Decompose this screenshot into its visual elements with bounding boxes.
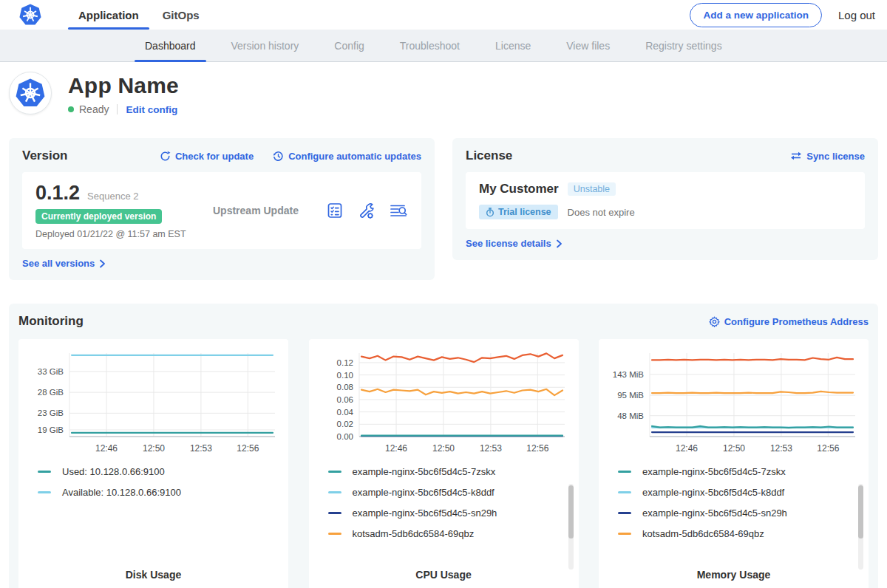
tab-config[interactable]: Config bbox=[316, 30, 381, 61]
view-logs-icon[interactable] bbox=[389, 202, 408, 219]
tab-version-history[interactable]: Version history bbox=[214, 30, 317, 61]
legend-item: example-nginx-5bc6f5d4c5-7zskx bbox=[618, 466, 869, 477]
see-all-versions-link[interactable]: See all versions bbox=[22, 258, 106, 269]
configure-automatic-updates-link[interactable]: Configure automatic updates bbox=[273, 151, 421, 162]
tab-view-files[interactable]: View files bbox=[548, 30, 628, 61]
legend-scrollbar-track[interactable] bbox=[858, 484, 863, 570]
divider bbox=[117, 104, 118, 114]
legend-label: kotsadm-5db6dc6584-69qbz bbox=[353, 528, 475, 539]
svg-text:23 GiB: 23 GiB bbox=[37, 408, 63, 417]
upstream-update-label: Upstream Update bbox=[213, 205, 299, 216]
add-application-button[interactable]: Add a new application bbox=[690, 3, 822, 27]
sync-arrows-icon bbox=[790, 151, 802, 161]
legend-dash-icon bbox=[38, 491, 51, 493]
svg-text:0.00: 0.00 bbox=[337, 432, 353, 441]
svg-text:95 MiB: 95 MiB bbox=[617, 391, 644, 400]
logout-button[interactable]: Log out bbox=[838, 9, 875, 21]
configure-prometheus-link[interactable]: Configure Prometheus Address bbox=[709, 316, 869, 327]
license-card-title: License bbox=[466, 148, 512, 163]
sync-license-link[interactable]: Sync license bbox=[790, 151, 865, 162]
legend-item: kotsadm-5db6dc6584-69qbz bbox=[328, 528, 579, 539]
stopwatch-icon bbox=[486, 208, 495, 217]
memory-usage-title: Memory Usage bbox=[599, 569, 869, 588]
top-navbar: Application GitOps Add a new application… bbox=[0, 0, 887, 30]
legend-label: example-nginx-5bc6f5d4c5-7zskx bbox=[642, 466, 786, 477]
cpu-usage-chart: 0.120.100.080.060.040.020.0012:4612:5012… bbox=[309, 339, 579, 588]
svg-text:33 GiB: 33 GiB bbox=[37, 367, 63, 376]
svg-text:19 GiB: 19 GiB bbox=[37, 425, 63, 434]
tab-registry-settings[interactable]: Registry settings bbox=[628, 30, 739, 61]
svg-text:143 MiB: 143 MiB bbox=[612, 370, 644, 379]
current-version-panel: 0.1.2 Sequence 2 Currently deployed vers… bbox=[22, 172, 421, 249]
legend-item: example-nginx-5bc6f5d4c5-sn29h bbox=[328, 507, 579, 519]
gear-icon bbox=[709, 316, 720, 327]
config-wrench-icon[interactable] bbox=[357, 202, 375, 220]
tab-application[interactable]: Application bbox=[67, 0, 151, 30]
legend-label: example-nginx-5bc6f5d4c5-7zskx bbox=[353, 466, 496, 477]
legend-label: example-nginx-5bc6f5d4c5-sn29h bbox=[642, 507, 787, 519]
legend-label: example-nginx-5bc6f5d4c5-sn29h bbox=[353, 507, 497, 519]
memory-usage-chart: 143 MiB95 MiB48 MiB12:4612:5012:5312:56 … bbox=[599, 339, 869, 588]
disk-usage-plot: 33 GiB28 GiB23 GiB19 GiB12:4612:5012:531… bbox=[27, 346, 281, 459]
preflight-checks-icon[interactable] bbox=[326, 202, 344, 219]
license-panel: My Customer Unstable Trial license Does … bbox=[466, 172, 865, 229]
legend-dash-icon bbox=[618, 512, 631, 514]
deployed-badge: Currently deployed version bbox=[35, 209, 162, 224]
legend-item: example-nginx-5bc6f5d4c5-7zskx bbox=[328, 466, 579, 477]
status-text: Ready bbox=[79, 103, 109, 115]
legend-label: Used: 10.128.0.66:9100 bbox=[62, 466, 165, 477]
svg-text:12:53: 12:53 bbox=[769, 443, 792, 454]
legend-scrollbar-track[interactable] bbox=[568, 484, 574, 570]
svg-text:0.12: 0.12 bbox=[337, 358, 353, 367]
svg-text:12:56: 12:56 bbox=[817, 443, 839, 454]
legend-dash-icon bbox=[618, 471, 631, 473]
legend-label: example-nginx-5bc6f5d4c5-k8ddf bbox=[353, 487, 495, 498]
svg-text:12:53: 12:53 bbox=[189, 443, 211, 454]
legend-item: example-nginx-5bc6f5d4c5-k8ddf bbox=[328, 487, 579, 498]
svg-text:28 GiB: 28 GiB bbox=[37, 388, 63, 397]
license-card: License Sync license My Customer Unstabl… bbox=[452, 138, 878, 260]
clock-arrow-icon bbox=[273, 151, 284, 162]
svg-text:12:50: 12:50 bbox=[722, 443, 744, 454]
monitoring-card: Monitoring Configure Prometheus Address … bbox=[9, 304, 878, 588]
tab-troubleshoot[interactable]: Troubleshoot bbox=[382, 30, 478, 61]
legend-dash-icon bbox=[618, 533, 631, 535]
legend-label: example-nginx-5bc6f5d4c5-k8ddf bbox=[642, 487, 784, 498]
disk-usage-legend: Used: 10.128.0.66:9100Available: 10.128.… bbox=[18, 459, 288, 507]
legend-item: example-nginx-5bc6f5d4c5-k8ddf bbox=[618, 487, 869, 498]
check-for-update-link[interactable]: Check for update bbox=[160, 151, 254, 162]
app-avatar bbox=[9, 72, 52, 114]
svg-text:0.08: 0.08 bbox=[337, 383, 353, 392]
tab-license[interactable]: License bbox=[478, 30, 548, 61]
version-card: Version Check for update Configure au bbox=[9, 138, 435, 280]
svg-text:12:46: 12:46 bbox=[385, 443, 407, 454]
svg-text:48 MiB: 48 MiB bbox=[617, 411, 644, 420]
legend-scrollbar-thumb[interactable] bbox=[568, 485, 574, 539]
cpu-usage-legend: example-nginx-5bc6f5d4c5-7zskxexample-ng… bbox=[309, 459, 579, 549]
disk-usage-chart: 33 GiB28 GiB23 GiB19 GiB12:4612:5012:531… bbox=[18, 339, 288, 588]
memory-usage-plot: 143 MiB95 MiB48 MiB12:4612:5012:5312:56 bbox=[607, 346, 861, 459]
memory-usage-legend: example-nginx-5bc6f5d4c5-7zskxexample-ng… bbox=[599, 459, 869, 549]
tab-gitops[interactable]: GitOps bbox=[151, 0, 211, 30]
svg-text:0.04: 0.04 bbox=[337, 408, 354, 417]
legend-dash-icon bbox=[618, 491, 631, 493]
tab-dashboard[interactable]: Dashboard bbox=[127, 30, 214, 61]
cpu-usage-title: CPU Usage bbox=[309, 569, 579, 588]
trial-license-badge: Trial license bbox=[479, 205, 558, 219]
edit-config-link[interactable]: Edit config bbox=[126, 104, 177, 115]
legend-dash-icon bbox=[328, 512, 341, 514]
legend-dash-icon bbox=[38, 471, 51, 473]
app-header: App Name Ready Edit config bbox=[0, 62, 887, 131]
svg-text:0.06: 0.06 bbox=[337, 395, 353, 404]
chart-svg: 143 MiB95 MiB48 MiB12:4612:5012:5312:56 bbox=[607, 346, 861, 459]
svg-text:12:53: 12:53 bbox=[480, 443, 502, 454]
svg-text:12:56: 12:56 bbox=[526, 443, 548, 454]
svg-text:12:46: 12:46 bbox=[676, 443, 698, 454]
svg-text:0.10: 0.10 bbox=[337, 371, 353, 380]
see-license-details-link[interactable]: See license details bbox=[466, 238, 563, 249]
legend-item: Available: 10.128.0.66:9100 bbox=[38, 487, 288, 498]
svg-text:12:50: 12:50 bbox=[432, 443, 455, 454]
legend-scrollbar-thumb[interactable] bbox=[858, 485, 863, 539]
svg-text:12:50: 12:50 bbox=[142, 443, 164, 454]
legend-label: kotsadm-5db6dc6584-69qbz bbox=[642, 528, 764, 539]
